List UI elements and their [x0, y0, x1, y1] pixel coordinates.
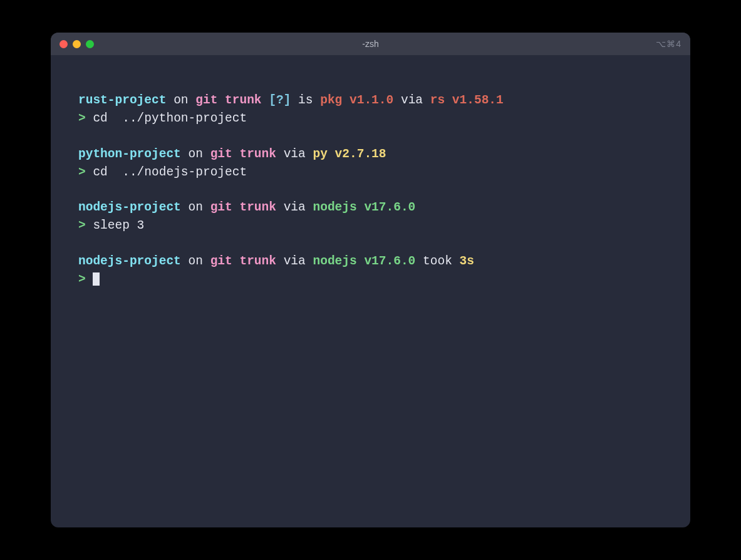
runtime-label: py — [313, 147, 327, 161]
command-text: sleep 3 — [93, 219, 144, 232]
git-label: git — [210, 254, 232, 268]
is-label: is — [298, 93, 313, 107]
prompt-line: nodejs-project on git trunk via nodejs v… — [78, 252, 663, 271]
directory: rust-project — [78, 93, 166, 107]
cursor — [93, 272, 100, 286]
directory: nodejs-project — [78, 254, 181, 268]
git-label: git — [195, 93, 217, 107]
directory: python-project — [78, 147, 181, 161]
git-label: git — [210, 200, 232, 214]
prompt-chevron: > — [78, 165, 86, 179]
branch-name: trunk — [239, 254, 276, 268]
pkg-label: pkg — [320, 93, 342, 107]
prompt-block: python-project on git trunk via py v2.7.… — [78, 145, 663, 182]
prompt-block: nodejs-project on git trunk via nodejs v… — [78, 199, 663, 235]
runtime-label: rs — [430, 93, 445, 107]
git-label: git — [210, 147, 232, 161]
via-label: via — [401, 93, 423, 107]
runtime-version: v17.6.0 — [364, 254, 415, 268]
command-line: > sleep 3 — [78, 217, 663, 235]
via-label: via — [284, 254, 306, 268]
command-line: > — [78, 271, 663, 289]
command-text: cd ../python-project — [93, 111, 247, 125]
prompt-chevron: > — [78, 111, 86, 125]
runtime-label: nodejs — [313, 254, 356, 268]
pkg-version: v1.1.0 — [350, 93, 393, 107]
terminal-window: -zsh ⌥⌘4 rust-project on git trunk [?] i… — [51, 33, 690, 527]
command-line: > cd ../nodejs-project — [78, 163, 663, 182]
prompt-line: rust-project on git trunk [?] is pkg v1.… — [78, 91, 663, 110]
prompt-block: rust-project on git trunk [?] is pkg v1.… — [78, 91, 663, 128]
runtime-version: v2.7.18 — [335, 147, 386, 161]
runtime-version: v17.6.0 — [364, 200, 415, 214]
git-status: [?] — [269, 93, 291, 107]
took-label: took — [423, 254, 452, 268]
directory: nodejs-project — [78, 200, 181, 214]
traffic-lights — [60, 40, 94, 48]
branch-name: trunk — [239, 200, 276, 214]
on-label: on — [189, 200, 203, 214]
branch-name: trunk — [225, 93, 262, 107]
on-label: on — [174, 93, 188, 107]
runtime-label: nodejs — [313, 200, 356, 214]
via-label: via — [284, 147, 306, 161]
runtime-version: v1.58.1 — [452, 93, 504, 107]
branch-name: trunk — [239, 147, 276, 161]
titlebar: -zsh ⌥⌘4 — [51, 33, 690, 55]
shortcut-hint: ⌥⌘4 — [656, 39, 681, 49]
prompt-chevron: > — [78, 219, 86, 232]
on-label: on — [189, 254, 203, 268]
terminal-content[interactable]: rust-project on git trunk [?] is pkg v1.… — [51, 55, 690, 527]
minimize-button[interactable] — [73, 40, 81, 48]
via-label: via — [284, 200, 306, 214]
prompt-line: nodejs-project on git trunk via nodejs v… — [78, 199, 663, 217]
close-button[interactable] — [60, 40, 68, 48]
prompt-block: nodejs-project on git trunk via nodejs v… — [78, 252, 663, 289]
maximize-button[interactable] — [86, 40, 94, 48]
prompt-chevron: > — [78, 272, 86, 286]
window-title: -zsh — [51, 39, 690, 49]
duration: 3s — [460, 254, 474, 268]
prompt-line: python-project on git trunk via py v2.7.… — [78, 145, 663, 163]
on-label: on — [189, 147, 203, 161]
command-line: > cd ../python-project — [78, 110, 663, 128]
command-text: cd ../nodejs-project — [93, 165, 247, 179]
